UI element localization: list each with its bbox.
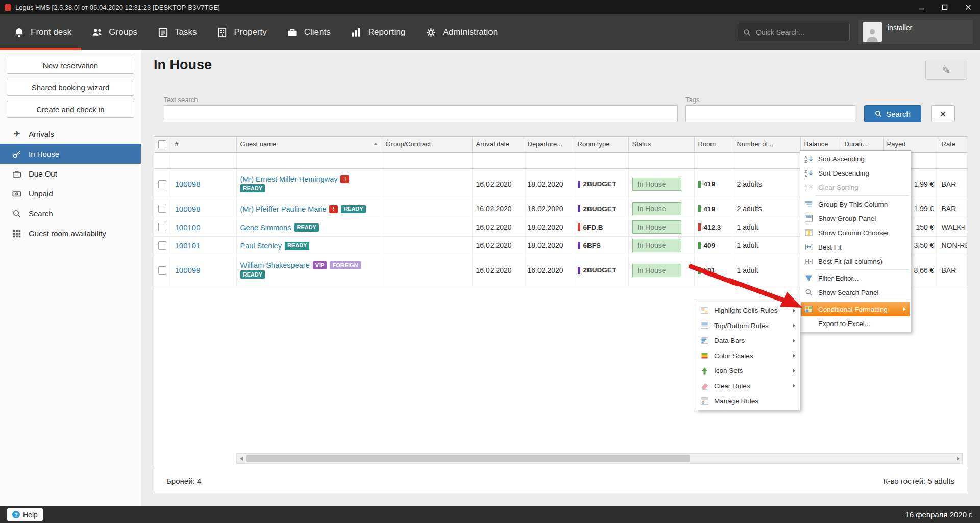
menu-item-show-column-chooser[interactable]: Show Column Chooser — [801, 226, 910, 240]
nav-tasks[interactable]: Tasks — [147, 14, 206, 50]
column-header-arrival-date[interactable]: Arrival date — [472, 137, 524, 152]
quick-search-input[interactable] — [755, 28, 844, 37]
column-header-group-contract[interactable]: Group/Contract — [382, 137, 472, 152]
menu-item-best-fit-all-columns[interactable]: Best Fit (all columns) — [801, 254, 910, 268]
user-account[interactable]: installer — [858, 20, 973, 44]
nav-clients[interactable]: Clients — [277, 14, 340, 50]
nav-groups[interactable]: Groups — [81, 14, 147, 50]
page-title: In House — [154, 57, 212, 73]
row-checkbox[interactable] — [158, 180, 166, 188]
search-button[interactable]: Search — [864, 105, 921, 122]
guest-name-link[interactable]: (Mr) Pfeiffer Pauline Marie — [240, 205, 327, 213]
room-type-color-icon — [578, 205, 580, 212]
menu-item-show-search-panel[interactable]: Show Search Panel — [801, 285, 910, 300]
nav-label: Reporting — [368, 27, 406, 37]
select-all-checkbox[interactable] — [158, 140, 166, 148]
clear-sorting-icon: AZ — [803, 183, 814, 192]
maximize-button[interactable] — [933, 0, 957, 14]
submenu-item-highlight-cells-rules[interactable]: Highlight Cells Rules — [697, 303, 799, 318]
guest-name-link[interactable]: Paul Stenley — [240, 242, 282, 250]
column-header-number-of[interactable]: Number of... — [733, 137, 800, 152]
guest-name-link[interactable]: William Shakespeare — [240, 261, 310, 269]
submenu-item-top-bottom-rules[interactable]: Top/Bottom Rules — [697, 318, 799, 334]
sidebar-item-arrivals[interactable]: ✈ Arrivals — [0, 124, 141, 144]
row-checkbox[interactable] — [158, 223, 166, 231]
column-header-rate[interactable]: Rate — [938, 137, 967, 152]
room-type-color-icon — [578, 242, 580, 249]
sidebar-item-label: Due Out — [29, 169, 57, 178]
submenu-arrow-icon — [793, 369, 795, 373]
close-button[interactable] — [957, 0, 980, 14]
row-checkbox[interactable] — [158, 241, 166, 250]
group-by-icon — [803, 200, 814, 209]
tags-input[interactable] — [685, 105, 855, 122]
reservation-number-link[interactable]: 100100 — [175, 223, 201, 232]
reservation-number-link[interactable]: 100099 — [175, 266, 201, 275]
guest-name-link[interactable]: Gene Simmons — [240, 223, 291, 232]
sidebar-item-guest-room-availability[interactable]: Guest room availability — [0, 223, 141, 243]
submenu-item-color-scales[interactable]: Color Scales — [697, 348, 799, 364]
clear-search-button[interactable] — [931, 105, 955, 122]
reservation-number-link[interactable]: 100098 — [175, 205, 201, 213]
menu-item-show-group-panel[interactable]: Show Group Panel — [801, 211, 910, 226]
submenu-item-manage-rules[interactable]: Manage Rules — [697, 393, 799, 409]
edit-button[interactable]: ✎ — [925, 61, 967, 80]
submenu-item-icon-sets[interactable]: Icon Sets — [697, 363, 799, 379]
nav-front-desk[interactable]: Front desk — [0, 14, 81, 50]
horizontal-scrollbar[interactable] — [236, 453, 963, 464]
scrollbar-thumb[interactable] — [246, 455, 690, 462]
column-header-room-type[interactable]: Room type — [574, 137, 628, 152]
nav-property[interactable]: Property — [207, 14, 277, 50]
nav-reporting[interactable]: Reporting — [340, 14, 415, 50]
menu-item-sort-descending[interactable]: ZA Sort Descending — [801, 166, 910, 180]
new-reservation-button[interactable]: New reservation — [7, 57, 134, 74]
top-bottom-rules-icon — [699, 321, 709, 330]
sidebar-item-label: Guest room availability — [29, 229, 106, 238]
menu-item-sort-ascending[interactable]: AZ Sort Ascending — [801, 152, 910, 166]
reservation-number-link[interactable]: 100098 — [175, 180, 201, 188]
sidebar-item-label: In House — [29, 150, 59, 158]
row-checkbox[interactable] — [158, 205, 166, 213]
column-header-room[interactable]: Room — [694, 137, 733, 152]
sidebar-item-due-out[interactable]: Due Out — [0, 164, 141, 184]
menu-item-clear-sorting[interactable]: AZ Clear Sorting — [801, 180, 910, 194]
best-fit-all-icon — [803, 257, 814, 266]
menu-item-best-fit[interactable]: Best Fit — [801, 240, 910, 254]
menu-item-conditional-formatting[interactable]: Conditional Formatting — [801, 302, 910, 316]
sidebar-item-in-house[interactable]: In House — [0, 144, 141, 164]
ready-badge: READY — [294, 223, 319, 232]
column-chooser-icon — [803, 228, 814, 237]
guests-cell: 1 adult — [733, 255, 800, 286]
minimize-button[interactable] — [910, 0, 933, 14]
menu-item-filter-editor[interactable]: Filter Editor... — [801, 271, 910, 285]
reservation-number-link[interactable]: 100101 — [175, 241, 201, 250]
column-header-status[interactable]: Status — [628, 137, 694, 152]
menu-item-export-to-excel[interactable]: Export to Excel... — [801, 316, 910, 331]
column-header-guest-name[interactable]: Guest name — [236, 137, 382, 152]
guest-name-link[interactable]: (Mr) Ernest Miller Hemingway — [240, 175, 338, 183]
sidebar: New reservation Shared booking wizard Cr… — [0, 50, 141, 506]
scroll-left-arrow[interactable] — [237, 454, 246, 463]
nav-label: Administration — [443, 27, 498, 37]
row-checkbox[interactable] — [158, 266, 166, 275]
submenu-item-data-bars[interactable]: Data Bars — [697, 333, 799, 348]
window-title: Logus HMS [2.5.38.0] от 05.04.2020 12:31… — [15, 4, 910, 11]
create-and-check-in-button[interactable]: Create and check in — [7, 101, 134, 118]
sidebar-item-search[interactable]: Search — [0, 204, 141, 223]
text-search-input[interactable] — [164, 105, 678, 122]
help-button[interactable]: ? Help — [7, 508, 43, 521]
shared-booking-wizard-button[interactable]: Shared booking wizard — [7, 79, 134, 96]
nav-administration[interactable]: Administration — [415, 14, 507, 50]
status-badge: In House — [632, 178, 681, 191]
sidebar-item-unpaid[interactable]: Unpaid — [0, 184, 141, 204]
submenu-item-clear-rules[interactable]: Clear Rules — [697, 379, 799, 394]
header-select-all[interactable] — [154, 137, 171, 152]
column-header-departure[interactable]: Departure... — [524, 137, 574, 152]
column-header-number[interactable]: # — [171, 137, 236, 152]
quick-search-box — [738, 23, 850, 41]
avatar — [863, 22, 882, 42]
menu-item-group-by-this-column[interactable]: Group By This Column — [801, 197, 910, 211]
scroll-right-arrow[interactable] — [953, 454, 962, 463]
submenu-arrow-icon — [793, 354, 795, 358]
departure-date-cell: 18.02.2020 — [524, 168, 574, 200]
